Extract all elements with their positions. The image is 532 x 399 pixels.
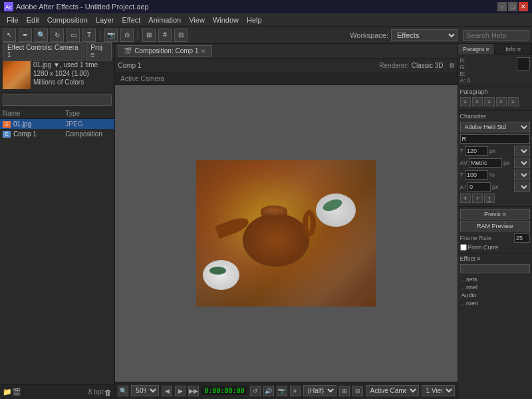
menu-window[interactable]: Window: [209, 15, 243, 25]
comp-panel-tab-icon: 🎬: [124, 47, 132, 55]
effect-audio[interactable]: Audio: [460, 291, 530, 299]
preview-section: Previc ≡ RAM Preview Frame Rate From Cur…: [458, 207, 532, 253]
loop-icon[interactable]: ↺: [250, 386, 261, 396]
comp-tab-name[interactable]: Comp 1: [118, 62, 141, 69]
workspace-select[interactable]: Effects Standard Minimal: [391, 29, 458, 41]
effects-label: Effect ≡: [460, 255, 481, 262]
comp-panel-tab-close[interactable]: ✕: [201, 48, 206, 55]
quality-select[interactable]: (Half) Full Quarter: [303, 385, 336, 396]
renderer-value: Classic 3D: [412, 62, 444, 69]
tool-orbit[interactable]: ⊙: [120, 29, 134, 42]
menu-animation[interactable]: Animation: [144, 15, 185, 25]
asset-name: 01.jpg ▼, used 1 time: [33, 61, 98, 68]
effect-channel[interactable]: ...nnel: [460, 283, 530, 291]
project-item-01jpg[interactable]: J 01.jpg JPEG: [0, 119, 114, 129]
ram-preview-button[interactable]: RAM Preview: [460, 221, 530, 231]
menu-edit[interactable]: Edit: [23, 15, 43, 25]
font-select[interactable]: Adobe Heiti Std: [460, 122, 530, 132]
minimize-button[interactable]: −: [497, 2, 507, 11]
font-size-input[interactable]: [465, 146, 488, 156]
menu-file[interactable]: File: [3, 15, 23, 25]
frame-rate-input[interactable]: [514, 233, 530, 243]
new-comp-button[interactable]: 🎬: [12, 388, 21, 396]
project-item-name-comp1: Comp 1: [13, 130, 65, 138]
project-item-comp1[interactable]: C Comp 1 Composition: [0, 129, 114, 139]
menu-effect[interactable]: Effect: [118, 15, 144, 25]
justify-all-btn[interactable]: ≡: [508, 97, 519, 106]
zoom-select[interactable]: 50% 25% 100%: [131, 385, 159, 396]
effect-roen[interactable]: ...roen: [460, 299, 530, 307]
play-icon[interactable]: ▶: [175, 386, 186, 396]
view-select[interactable]: Active Camera Front Top: [366, 385, 419, 396]
comp-icon: C: [3, 131, 11, 138]
asset-info: 01.jpg ▼, used 1 time 1280 x 1024 (1.00)…: [0, 59, 114, 92]
maximize-button[interactable]: □: [508, 2, 517, 11]
tool-select[interactable]: ↖: [3, 29, 16, 42]
tool-pen[interactable]: ✒: [19, 29, 32, 42]
view-layout-select[interactable]: 1 View 2 Views 4 Views: [422, 385, 455, 396]
align-center-btn[interactable]: ≡: [472, 97, 483, 106]
grid-icon[interactable]: #: [290, 386, 301, 396]
underline-btn[interactable]: T: [484, 194, 495, 203]
project-search-input[interactable]: [3, 94, 112, 106]
tool-rotate[interactable]: ↻: [51, 29, 64, 42]
mask-icon[interactable]: ⊟: [352, 386, 363, 396]
comp-panel-tab[interactable]: 🎬 Composition: Comp 1 ✕: [118, 45, 212, 57]
teapot-body: [243, 213, 309, 267]
tool-snapping[interactable]: ⊞: [142, 29, 156, 42]
new-folder-button[interactable]: 📁: [3, 388, 12, 396]
menu-composition[interactable]: Composition: [43, 15, 92, 25]
align-right-btn[interactable]: ≡: [484, 97, 495, 106]
italic-btn[interactable]: T: [472, 194, 483, 203]
window-controls: − □ ✕: [497, 2, 528, 11]
proj-tab[interactable]: Proj ≡: [86, 42, 112, 61]
align-left-btn[interactable]: ≡: [460, 97, 471, 106]
character-section: Character Adobe Heiti Std T px ▼ AV px: [458, 111, 532, 207]
comp-settings-btn[interactable]: ⚙: [449, 62, 455, 69]
time-display: 0:00:00:00: [201, 386, 247, 395]
menu-view[interactable]: View: [185, 15, 209, 25]
tool-rect[interactable]: ▭: [66, 29, 80, 42]
search-input[interactable]: [463, 30, 529, 41]
col-type-header: Type: [65, 110, 112, 117]
snapshot-icon[interactable]: 📷: [277, 386, 287, 396]
tool-text[interactable]: T: [82, 29, 96, 42]
paragraph-tab[interactable]: Paragra ≡: [458, 44, 495, 55]
comp-panel-header: 🎬 Composition: Comp 1 ✕: [115, 44, 457, 59]
next-frame-icon[interactable]: ▶▶: [188, 386, 199, 396]
from-current-checkbox[interactable]: [460, 244, 467, 251]
menu-help[interactable]: Help: [243, 15, 266, 25]
font-style-input[interactable]: [460, 134, 530, 144]
baseline-row: A↑ px ▼: [460, 182, 530, 192]
close-button[interactable]: ✕: [519, 2, 528, 11]
tool-camera[interactable]: 📷: [104, 29, 118, 42]
delete-button[interactable]: 🗑: [104, 388, 112, 396]
effects-search-input[interactable]: [460, 264, 530, 273]
scale-unit-select[interactable]: ▼: [514, 170, 530, 180]
menu-layer[interactable]: Layer: [92, 15, 118, 25]
effects-title: Effect ≡: [460, 255, 530, 262]
bold-btn[interactable]: T: [460, 194, 471, 203]
info-tab[interactable]: Info ≡: [495, 44, 532, 55]
effect-controls-tab[interactable]: Effect Controls: Camera 1: [3, 42, 84, 61]
baseline-unit-select[interactable]: ▼: [514, 182, 530, 192]
tracking-unit-select[interactable]: ▼: [514, 158, 530, 168]
comp-viewport[interactable]: [115, 85, 457, 382]
preview-button[interactable]: Previc ≡: [460, 209, 530, 219]
audio-icon[interactable]: 🔊: [263, 386, 274, 396]
justify-btn[interactable]: ≡: [496, 97, 507, 106]
tool-zoom[interactable]: 🔍: [35, 29, 48, 42]
color-info: R: G: B: A: 0: [460, 57, 514, 84]
tracking-input[interactable]: [469, 158, 502, 168]
baseline-input[interactable]: [467, 182, 491, 192]
scale-input[interactable]: [465, 170, 488, 180]
jpeg-icon-container: J: [3, 121, 12, 128]
workspace-label: Workspace:: [350, 31, 388, 39]
tool-grid[interactable]: #: [158, 29, 172, 42]
color-swatch[interactable]: [517, 57, 530, 70]
font-size-unit-select[interactable]: ▼: [514, 146, 530, 156]
prev-frame-icon[interactable]: ◀: [162, 386, 172, 396]
transparency-icon[interactable]: ⊞: [339, 386, 350, 396]
tool-guides[interactable]: ⊟: [174, 29, 188, 42]
effect-sets[interactable]: ...sets: [460, 275, 530, 283]
